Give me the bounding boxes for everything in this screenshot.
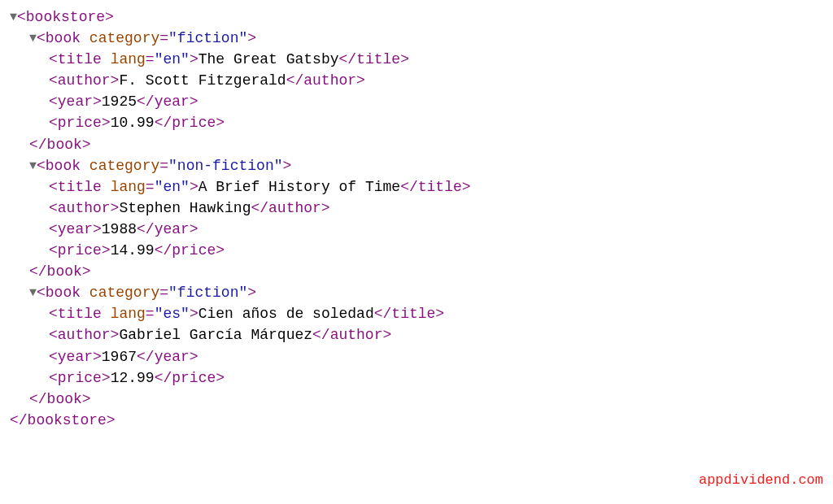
title-attr-name: lang (111, 179, 146, 195)
author-open-tag: <author> (49, 327, 119, 343)
title-attr-name: lang (111, 51, 146, 67)
author-close-tag: </author> (312, 327, 391, 343)
year-close-tag: </year> (137, 221, 198, 237)
author-line[interactable]: <author>Stephen Hawking</author> (49, 198, 823, 219)
book-open-prefix: <book (37, 158, 89, 174)
price-open-tag: <price> (49, 370, 111, 386)
book-close-tag: </book> (29, 137, 91, 153)
book-open-prefix: <book (37, 285, 89, 301)
expand-toggle-icon[interactable]: ▼ (29, 285, 37, 302)
author-line[interactable]: <author>Gabriel García Márquez</author> (49, 324, 823, 345)
equals-sign: = (146, 306, 155, 322)
title-line[interactable]: <title lang="en">The Great Gatsby</title… (49, 49, 823, 70)
book-open-suffix: > (283, 158, 292, 174)
year-line[interactable]: <year>1967</year> (49, 346, 823, 367)
book-close-line[interactable]: </book> (29, 134, 823, 155)
title-attr-value: "es" (155, 306, 190, 322)
book-attr-name: category (89, 285, 159, 301)
price-text: 14.99 (111, 242, 155, 259)
title-close-tag: </title> (400, 179, 470, 195)
book-open-suffix: > (247, 30, 256, 46)
title-text: Cien años de soledad (198, 306, 374, 322)
author-open-tag: <author> (49, 200, 119, 216)
book-close-tag: </book> (29, 391, 91, 407)
price-close-tag: </price> (155, 242, 225, 259)
xml-tree-view: ▼<bookstore> ▼<book category="fiction"> … (10, 7, 823, 431)
book-open-suffix: > (247, 285, 256, 301)
equals-sign: = (159, 285, 168, 301)
author-open-tag: <author> (49, 72, 119, 89)
book-close-line[interactable]: </book> (29, 261, 823, 282)
book-attr-value: "fiction" (168, 30, 247, 46)
title-line[interactable]: <title lang="es">Cien años de soledad</t… (49, 303, 823, 324)
price-line[interactable]: <price>14.99</price> (49, 240, 823, 261)
title-attr-name: lang (111, 306, 146, 322)
book-open-prefix: <book (37, 30, 89, 46)
equals-sign: = (146, 51, 155, 67)
equals-sign: = (159, 30, 168, 46)
year-line[interactable]: <year>1988</year> (49, 219, 823, 240)
title-open-suffix: > (190, 51, 198, 67)
year-open-tag: <year> (49, 93, 102, 110)
year-line[interactable]: <year>1925</year> (49, 91, 823, 112)
price-open-tag: <price> (49, 242, 111, 259)
author-text: Stephen Hawking (119, 200, 251, 216)
equals-sign: = (146, 179, 155, 195)
equals-sign: = (159, 158, 168, 174)
title-open-prefix: <title (49, 306, 111, 322)
price-text: 10.99 (111, 115, 155, 131)
author-close-tag: </author> (286, 72, 365, 89)
price-text: 12.99 (111, 370, 155, 386)
year-text: 1925 (102, 93, 137, 110)
title-attr-value: "en" (155, 51, 190, 67)
title-close-tag: </title> (339, 51, 409, 67)
book-close-tag: </book> (29, 263, 91, 280)
author-text: Gabriel García Márquez (119, 327, 312, 343)
author-text: F. Scott Fitzgerald (119, 72, 286, 89)
title-attr-value: "en" (155, 179, 190, 195)
book-attr-value: "fiction" (168, 285, 247, 301)
title-line[interactable]: <title lang="en">A Brief History of Time… (49, 176, 823, 198)
book-attr-name: category (89, 158, 159, 174)
expand-toggle-icon[interactable]: ▼ (10, 9, 17, 27)
root-close-line[interactable]: </bookstore> (10, 410, 823, 431)
root-open-line[interactable]: ▼<bookstore> (10, 7, 823, 28)
year-close-tag: </year> (137, 349, 198, 365)
price-close-tag: </price> (155, 370, 225, 386)
title-text: A Brief History of Time (198, 179, 400, 195)
book-open-line[interactable]: ▼<book category="non-fiction"> (29, 155, 823, 176)
expand-toggle-icon[interactable]: ▼ (29, 158, 37, 176)
year-open-tag: <year> (49, 349, 102, 365)
title-open-suffix: > (190, 179, 198, 195)
year-text: 1967 (102, 349, 137, 365)
watermark-text: appdividend.com (699, 471, 823, 491)
root-close-tag: </bookstore> (10, 412, 116, 428)
title-open-prefix: <title (49, 51, 111, 67)
price-open-tag: <price> (49, 115, 111, 131)
book-attr-name: category (89, 30, 159, 46)
year-close-tag: </year> (137, 93, 198, 110)
title-open-suffix: > (190, 306, 198, 322)
year-text: 1988 (102, 221, 137, 237)
year-open-tag: <year> (49, 221, 102, 237)
author-line[interactable]: <author>F. Scott Fitzgerald</author> (49, 70, 823, 91)
root-open-tag: <bookstore> (17, 9, 114, 25)
price-line[interactable]: <price>12.99</price> (49, 367, 823, 389)
book-open-line[interactable]: ▼<book category="fiction"> (29, 28, 823, 49)
book-open-line[interactable]: ▼<book category="fiction"> (29, 282, 823, 303)
price-line[interactable]: <price>10.99</price> (49, 112, 823, 133)
book-attr-value: "non-fiction" (168, 158, 282, 174)
expand-toggle-icon[interactable]: ▼ (29, 30, 37, 48)
title-close-tag: </title> (374, 306, 444, 322)
author-close-tag: </author> (251, 200, 329, 216)
book-close-line[interactable]: </book> (29, 389, 823, 410)
title-open-prefix: <title (49, 179, 111, 195)
price-close-tag: </price> (155, 115, 225, 131)
title-text: The Great Gatsby (198, 51, 339, 67)
